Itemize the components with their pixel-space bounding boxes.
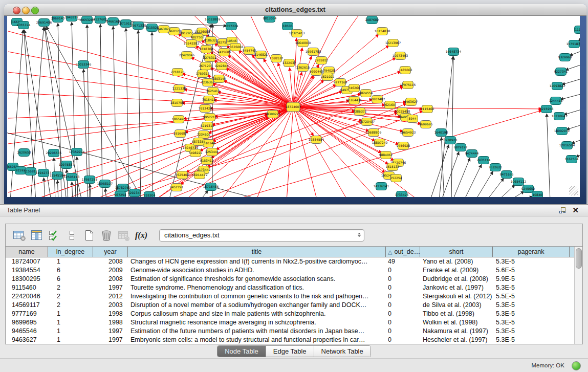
graph-node[interactable]: 10840 — [532, 191, 543, 198]
graph-node[interactable]: 7386372 — [353, 108, 367, 116]
graph-node[interactable]: 18807249 — [372, 139, 388, 147]
graph-node[interactable]: 8215958 — [540, 105, 554, 113]
graph-node[interactable]: 17016504 — [559, 142, 575, 149]
graph-node[interactable]: 2087682 — [365, 16, 379, 24]
graph-node[interactable]: 20364436 — [346, 97, 362, 104]
table-mode-button[interactable] — [12, 228, 27, 243]
table-row[interactable]: 911546021997Tourette syndrome. Phenomeno… — [6, 283, 574, 292]
graph-node[interactable]: 1810755 — [170, 99, 184, 107]
graph-node[interactable]: 1167534 — [565, 156, 579, 163]
graph-node[interactable]: 9153412 — [200, 157, 214, 165]
graph-node[interactable]: 1221338 — [172, 85, 186, 93]
graph-node[interactable]: 6879197 — [454, 144, 468, 151]
graph-node[interactable]: 1943717 — [65, 16, 79, 21]
delete-table-button[interactable] — [99, 228, 114, 243]
graph-node[interactable]: 7625402 — [176, 171, 189, 179]
graph-node[interactable]: 7485063 — [399, 67, 412, 74]
graph-node[interactable]: 8813054 — [263, 16, 277, 23]
graph-node[interactable]: 9699695 — [419, 121, 433, 128]
graph-node[interactable]: 16154838 — [375, 28, 390, 35]
graph-node[interactable]: 2275312 — [203, 54, 217, 62]
graph-node[interactable]: 2671203 — [199, 62, 213, 70]
graph-node[interactable]: 11178 — [575, 26, 580, 34]
graph-node[interactable]: 9777169 — [334, 79, 347, 86]
graph-node[interactable]: 1865495 — [172, 116, 186, 123]
graph-node[interactable]: 1615132 — [386, 163, 400, 171]
graph-node[interactable]: 7955812 — [315, 57, 329, 64]
graph-node[interactable]: 9115460 — [421, 105, 434, 113]
graph-node[interactable]: 10654112 — [511, 178, 527, 186]
graph-node[interactable]: 252254 — [390, 174, 402, 182]
graph-node[interactable]: 7463822 — [157, 26, 171, 33]
graph-node[interactable]: 1588537 — [270, 55, 284, 62]
column-header-title[interactable]: title — [128, 247, 386, 257]
graph-node[interactable]: 1292344 — [128, 189, 142, 197]
network-canvas[interactable]: 1660743557242069140620691401943717106532… — [7, 16, 580, 197]
table-row[interactable]: 1830029562008Estimation of significance … — [6, 275, 574, 283]
column-header-pagerank[interactable]: pagerank — [493, 247, 570, 257]
table-row[interactable]: 1938455462009Genome-wide association stu… — [6, 266, 574, 275]
graph-node[interactable]: 10975887 — [59, 161, 75, 169]
graph-node[interactable]: 9824554 — [359, 90, 373, 97]
graph-node[interactable]: 20206535 — [46, 149, 62, 157]
graph-node[interactable]: 9457791 — [170, 184, 184, 191]
graph-node[interactable]: 14136141 — [374, 183, 389, 190]
column-header-year[interactable]: year — [93, 247, 128, 257]
graph-node[interactable]: 15716485 — [203, 183, 219, 191]
graph-node[interactable]: 8938923 — [444, 137, 458, 144]
graph-node[interactable]: 15751874 — [567, 40, 580, 48]
column-header-name[interactable]: name — [6, 247, 48, 257]
new-document-button[interactable] — [81, 228, 97, 243]
graph-node[interactable]: 2935114 — [477, 157, 491, 164]
graph-node[interactable]: 12213967 — [385, 39, 401, 47]
tab-node-table[interactable]: Node Table — [217, 346, 266, 357]
graph-node[interactable]: 1733426 — [395, 191, 409, 198]
graph-node[interactable]: 9329968 — [558, 54, 572, 61]
table-row[interactable]: 946554611997Estimation of the future num… — [6, 327, 574, 336]
graph-node[interactable]: 18992071 — [554, 127, 570, 135]
graph-node[interactable]: 2069140 — [51, 16, 65, 23]
table-row[interactable]: 946362711997Embryonic stem cells: a mode… — [6, 336, 574, 344]
scrollbar-thumb[interactable] — [576, 248, 582, 269]
graph-node[interactable]: 2718120 — [171, 69, 185, 76]
graph-node[interactable]: 7234502 — [197, 131, 211, 139]
graph-node[interactable]: 9475685 — [217, 49, 231, 56]
graph-node[interactable]: 20691406 — [36, 19, 52, 27]
tab-edge-table[interactable]: Edge Table — [266, 346, 314, 357]
graph-node[interactable]: 9242848 — [215, 62, 229, 70]
column-header-in_degree[interactable]: in_degree — [48, 247, 93, 257]
graph-node[interactable]: 1362615 — [296, 64, 310, 72]
vertical-scrollbar[interactable] — [574, 247, 582, 344]
graph-node[interactable]: 1527602 — [94, 16, 107, 24]
graph-node[interactable]: 9884067 — [379, 151, 393, 159]
graph-node[interactable]: 1759313 — [196, 70, 210, 78]
graph-node[interactable]: 8186328 — [204, 37, 218, 45]
graph-node[interactable]: 12093822 — [550, 82, 565, 90]
graph-node[interactable]: 1621022 — [321, 73, 335, 81]
graph-node[interactable]: 10653287 — [79, 16, 95, 24]
graph-node[interactable]: 18724007 — [286, 102, 301, 112]
graph-node[interactable]: 9957212 — [203, 114, 217, 121]
graph-node[interactable]: 19654923 — [400, 129, 416, 137]
graph-node[interactable]: 10688809 — [366, 129, 382, 137]
table-row[interactable]: 1456911722003Disruption of a novel membe… — [6, 301, 574, 310]
graph-node[interactable]: 9756928 — [397, 142, 410, 150]
table-row[interactable]: 2242004622012Investigating the contribut… — [6, 292, 574, 301]
graph-node[interactable]: 7857224 — [225, 23, 238, 30]
row-height-button[interactable] — [64, 228, 79, 243]
graph-node[interactable]: 16640910 — [295, 39, 311, 47]
graph-node[interactable]: 967254 — [115, 191, 126, 198]
graph-node[interactable]: 9146821 — [254, 51, 268, 59]
graph-node[interactable]: 1818304 — [200, 46, 213, 53]
tab-network-table[interactable]: Network Table — [314, 346, 371, 357]
graph-node[interactable]: 62160 — [385, 101, 396, 109]
graph-node[interactable]: 818304 — [144, 192, 156, 198]
graph-node[interactable]: 1640198 — [434, 129, 448, 137]
graph-node[interactable]: 746266 — [349, 84, 360, 92]
graph-node[interactable]: 8219311 — [201, 122, 214, 130]
graph-node[interactable]: 9474444 — [465, 150, 479, 158]
graph-node[interactable]: 17957255 — [82, 176, 98, 184]
graph-node[interactable]: 1244415 — [549, 97, 563, 105]
graph-node[interactable]: 7632621 — [489, 164, 503, 171]
table-row[interactable]: 1872400712008Changes of HCN gene express… — [6, 257, 574, 266]
